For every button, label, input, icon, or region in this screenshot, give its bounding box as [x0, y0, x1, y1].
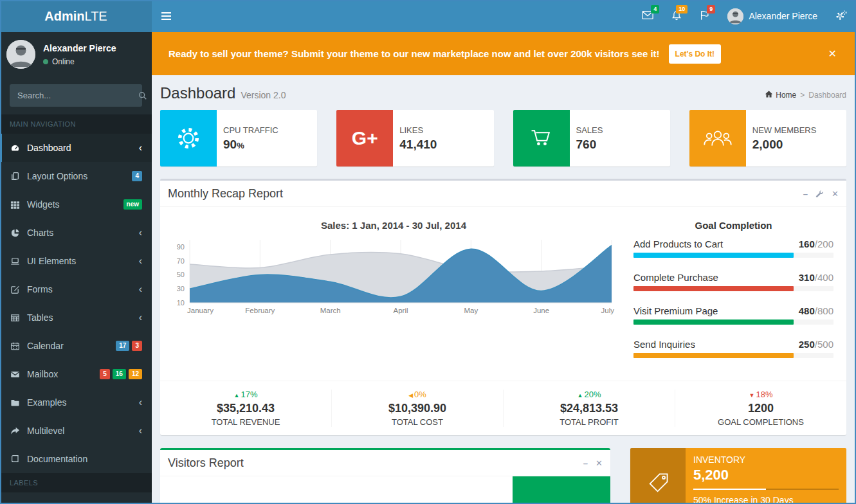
info-box-likes: G+LIKES41,410: [336, 110, 493, 166]
svg-text:June: June: [533, 307, 549, 314]
search-input[interactable]: [10, 84, 138, 107]
info-box-sales: SALES760: [513, 110, 670, 166]
banner-cta-button[interactable]: Let's Do It!: [669, 44, 722, 64]
logo-light: LTE: [85, 9, 107, 24]
sidebar-item-documentation[interactable]: Documentation: [0, 445, 152, 473]
goal-complete-purchase: Complete Purchase310/400: [633, 272, 833, 291]
breadcrumb-home[interactable]: Home: [765, 90, 796, 100]
avatar: [6, 40, 35, 69]
chevron-left-icon: ‹: [139, 256, 142, 266]
goal-completion-title: Goal Completion: [633, 220, 833, 231]
sidebar-item-label: Charts: [27, 228, 53, 238]
users-icon: [689, 110, 746, 166]
stat-value: $24,813.53: [504, 402, 675, 415]
sidebar-item-label: UI Elements: [27, 256, 76, 266]
content-wrapper: Ready to sell your theme? Submit your th…: [152, 32, 856, 504]
collapse-icon[interactable]: –: [803, 190, 808, 198]
notifications-badge: 10: [676, 5, 688, 14]
info-box-value: 2,000: [752, 138, 817, 152]
sidebar-item-label: Mailbox: [27, 369, 58, 379]
svg-text:70: 70: [177, 257, 185, 265]
sidebar-badge: 12: [129, 369, 142, 379]
goal-progress-bar: [633, 320, 833, 325]
chevron-left-icon: ‹: [139, 426, 142, 436]
stat-delta: ▲17%: [160, 390, 331, 399]
wrench-icon[interactable]: [815, 190, 824, 198]
goal-send-inquiries: Send Inquiries250/500: [633, 339, 833, 358]
info-box-value: 41,410: [399, 138, 437, 152]
caret-up-icon: ▲: [578, 392, 583, 399]
sidebar-badge: 16: [113, 369, 126, 379]
folder-icon: [10, 398, 21, 408]
files-icon: [10, 172, 21, 181]
sidebar-item-label: Forms: [27, 284, 53, 294]
app-logo[interactable]: AdminLTE: [0, 0, 152, 32]
user-status[interactable]: Online: [43, 57, 116, 66]
sidebar-nav-header: MAIN NAVIGATION: [0, 114, 152, 134]
tasks-badge: 9: [707, 5, 715, 14]
home-icon: [765, 90, 773, 100]
caret-left-icon: ◀: [408, 392, 413, 399]
laptop-icon: [10, 256, 21, 266]
sales-chart-title: Sales: 1 Jan, 2014 - 30 Jul, 2014: [167, 220, 621, 231]
messages-menu[interactable]: 4: [633, 0, 662, 32]
info-box-value: 90%: [223, 138, 278, 152]
goal-label: Add Products to Cart: [633, 239, 723, 249]
envelope-icon: [10, 370, 21, 379]
goal-visit-premium-page: Visit Premium Page480/800: [633, 305, 833, 325]
caret-up-icon: ▲: [234, 392, 240, 399]
svg-text:July: July: [601, 307, 615, 314]
sidebar-toggle-icon[interactable]: [152, 0, 180, 32]
logo-bold: Admin: [44, 9, 84, 24]
sidebar-item-forms[interactable]: Forms‹: [0, 275, 152, 303]
close-icon[interactable]: ✕: [832, 190, 839, 198]
info-box-label: NEW MEMBERS: [752, 125, 817, 135]
sidebar-badge: 4: [132, 171, 142, 181]
banner-close-icon[interactable]: ✕: [826, 48, 839, 60]
table-icon: [10, 313, 21, 323]
sidebar-badge: 17: [116, 341, 129, 351]
stat-total-revenue: ▲17%$35,210.43TOTAL REVENUE: [160, 390, 332, 427]
collapse-icon[interactable]: –: [583, 459, 588, 467]
sidebar-item-widgets[interactable]: Widgetsnew: [0, 190, 152, 219]
sidebar-item-layout-options[interactable]: Layout Options4: [0, 162, 152, 190]
sidebar-item-mailbox[interactable]: Mailbox51612: [0, 360, 152, 388]
stat-value: $35,210.43: [160, 402, 331, 415]
user-menu[interactable]: Alexander Pierce: [718, 0, 826, 32]
goal-label: Visit Premium Page: [633, 305, 718, 316]
user-panel: Alexander Pierce Online: [0, 32, 152, 76]
sidebar-item-ui-elements[interactable]: UI Elements‹: [0, 247, 152, 275]
svg-text:50: 50: [177, 271, 185, 278]
notifications-menu[interactable]: 10: [662, 0, 691, 32]
messages-badge: 4: [651, 5, 659, 14]
stat-total-profit: ▲20%$24,813.53TOTAL PROFIT: [504, 390, 675, 427]
goal-numbers: 310/400: [799, 272, 833, 283]
inventory-widget: INVENTORY 5,200 50% Increase in 30 Days: [630, 448, 846, 504]
goal-numbers: 160/200: [799, 239, 833, 249]
dashboard-icon: [10, 143, 21, 153]
stat-label: GOAL COMPLETIONS: [675, 417, 846, 427]
sidebar-item-tables[interactable]: Tables‹: [0, 303, 152, 332]
shopping-cart-icon: [513, 110, 570, 166]
user-name: Alexander Pierce: [749, 11, 817, 21]
stat-delta: ▼18%: [675, 390, 846, 399]
tasks-menu[interactable]: 9: [691, 0, 718, 32]
sidebar-item-multilevel[interactable]: Multilevel‹: [0, 417, 152, 445]
sidebar-item-label: Documentation: [27, 454, 87, 464]
stat-value: 1200: [675, 402, 846, 415]
sidebar-item-dashboard[interactable]: Dashboard‹: [0, 134, 152, 162]
close-icon[interactable]: ✕: [596, 459, 603, 467]
sidebar-item-calendar[interactable]: Calendar173: [0, 332, 152, 360]
inventory-label: INVENTORY: [693, 455, 839, 465]
search-button[interactable]: [138, 84, 147, 107]
sidebar-item-charts[interactable]: Charts‹: [0, 219, 152, 247]
info-box-label: LIKES: [399, 125, 437, 135]
info-box-label: CPU TRAFFIC: [223, 125, 278, 135]
sidebar-item-examples[interactable]: Examples‹: [0, 388, 152, 417]
goal-progress-bar: [633, 286, 833, 291]
sidebar-item-label: Multilevel: [27, 426, 64, 436]
control-sidebar-toggle[interactable]: [826, 0, 856, 32]
sidebar-badge: new: [123, 199, 142, 210]
sidebar-badge: 3: [132, 341, 142, 351]
banner-text: Ready to sell your theme? Submit your th…: [168, 48, 660, 59]
